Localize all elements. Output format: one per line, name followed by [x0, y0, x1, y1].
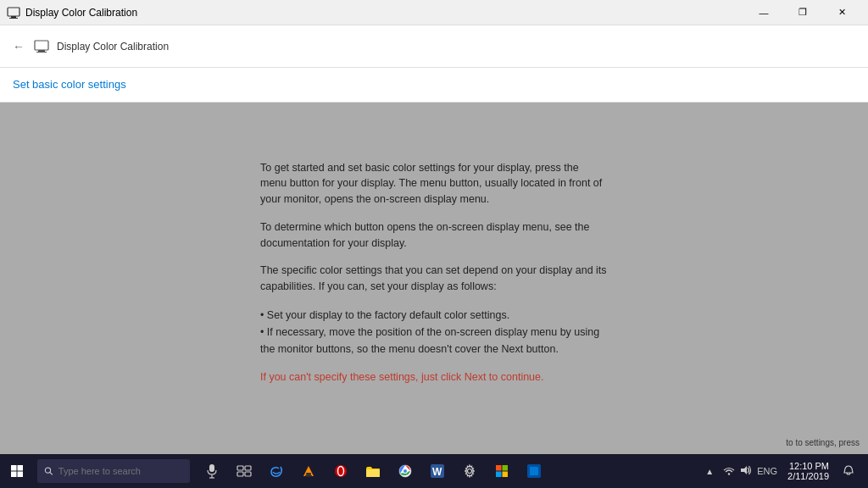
title-bar: Display Color Calibration — ❐ ✕ — [0, 0, 868, 25]
svg-rect-1 — [11, 16, 16, 18]
close-button[interactable]: ✕ — [822, 0, 861, 25]
bullet-item-2: If necessary, move the position of the o… — [260, 324, 608, 358]
svg-rect-9 — [18, 472, 24, 478]
task-view-icon[interactable] — [229, 454, 259, 488]
main-content-area: To get started and set basic color setti… — [0, 103, 868, 454]
svg-rect-7 — [18, 465, 24, 471]
search-input[interactable] — [58, 466, 183, 476]
show-hidden-icons-button[interactable]: ▲ — [703, 454, 716, 488]
svg-rect-5 — [36, 52, 47, 53]
network-icon[interactable] — [723, 465, 735, 477]
svg-text:W: W — [432, 466, 442, 478]
title-bar-left: Display Color Calibration — [7, 6, 137, 19]
app-icon — [7, 6, 20, 19]
calibration-icon — [33, 38, 50, 55]
svg-rect-6 — [11, 465, 17, 471]
taskbar-right-tray: ▲ ENG — [703, 454, 868, 488]
svg-line-11 — [50, 472, 53, 474]
taskbar: W — [0, 454, 868, 488]
minimize-button[interactable]: — — [744, 0, 783, 25]
restore-button[interactable]: ❐ — [783, 0, 822, 25]
svg-rect-17 — [237, 472, 243, 476]
svg-rect-32 — [503, 465, 509, 471]
taskbar-app-icons: W — [197, 454, 549, 488]
settings-icon[interactable] — [454, 454, 485, 488]
lang-indicator[interactable]: ENG — [757, 466, 777, 476]
svg-rect-4 — [38, 50, 45, 52]
svg-point-30 — [468, 469, 472, 474]
svg-rect-12 — [209, 464, 214, 472]
chrome-icon[interactable] — [390, 454, 420, 488]
paragraph-4: If you can't specify these settings, jus… — [260, 369, 608, 385]
store-icon[interactable] — [487, 454, 517, 488]
svg-rect-18 — [245, 472, 251, 476]
display-color-app-icon[interactable] — [519, 454, 549, 488]
svg-rect-15 — [237, 466, 243, 470]
svg-rect-33 — [496, 472, 502, 478]
paragraph-3: The specific color settings that you can… — [260, 263, 608, 295]
bottom-note: to to settings, press — [786, 438, 860, 447]
back-arrow-icon[interactable]: ← — [13, 40, 25, 53]
svg-rect-24 — [366, 469, 380, 477]
clock-time: 12:10 PM — [789, 461, 829, 471]
title-bar-title: Display Color Calibration — [25, 7, 137, 19]
svg-marker-38 — [741, 466, 747, 474]
svg-rect-2 — [9, 18, 18, 19]
svg-rect-31 — [496, 465, 502, 471]
svg-rect-0 — [8, 8, 19, 16]
search-icon — [44, 466, 53, 476]
svg-rect-3 — [35, 41, 48, 50]
system-clock[interactable]: 12:10 PM 2/11/2019 — [784, 461, 832, 481]
paragraph-1: To get started and set basic color setti… — [260, 160, 608, 208]
clock-date: 2/11/2019 — [787, 471, 829, 481]
cortana-icon[interactable] — [197, 454, 227, 488]
paragraph-2: To determine which button opens the on-s… — [260, 219, 608, 252]
bullet-item-1: Set your display to the factory default … — [260, 307, 608, 324]
svg-rect-21 — [305, 475, 312, 477]
bullet-list: Set your display to the factory default … — [260, 307, 608, 358]
header-area: ← Display Color Calibration — [0, 25, 868, 68]
opera-icon[interactable] — [326, 454, 356, 488]
svg-rect-8 — [11, 472, 17, 478]
start-button[interactable] — [0, 454, 34, 488]
app-window: Display Color Calibration — ❐ ✕ ← Displa… — [0, 0, 868, 488]
link-section: Set basic color settings — [0, 68, 868, 103]
svg-point-27 — [403, 469, 407, 473]
edge-icon[interactable] — [261, 454, 292, 488]
svg-point-37 — [728, 473, 730, 474]
vlc-icon[interactable] — [293, 454, 324, 488]
header-title: Display Color Calibration — [57, 41, 169, 53]
taskbar-search-bar[interactable] — [37, 459, 190, 483]
basic-color-settings-link[interactable]: Set basic color settings — [13, 78, 126, 91]
notification-icon[interactable] — [836, 454, 861, 488]
svg-point-10 — [45, 468, 50, 473]
word-icon[interactable]: W — [422, 454, 453, 488]
svg-rect-34 — [503, 472, 509, 478]
svg-rect-16 — [245, 466, 251, 470]
content-box: To get started and set basic color setti… — [243, 143, 625, 414]
title-bar-controls: — ❐ ✕ — [744, 0, 861, 25]
explorer-icon[interactable] — [358, 454, 388, 488]
svg-rect-20 — [306, 473, 311, 475]
svg-rect-36 — [530, 467, 538, 475]
volume-icon[interactable] — [740, 464, 752, 478]
